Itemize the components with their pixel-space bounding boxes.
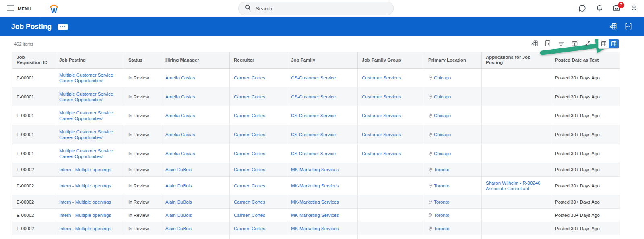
chat-button[interactable] — [578, 4, 586, 13]
cell-link[interactable]: Chicago — [434, 75, 451, 80]
cell-link[interactable]: Multiple Customer Service Career Opportu… — [59, 91, 113, 102]
cell-link[interactable]: Amelia Casias — [165, 75, 195, 80]
grid-view-compact-button[interactable] — [599, 39, 609, 48]
cell-text: In Review — [128, 113, 149, 118]
cell-link[interactable]: Toronto — [434, 183, 449, 188]
cell-link[interactable]: CS-Customer Service — [291, 75, 336, 80]
profile-button[interactable] — [630, 4, 638, 13]
cell-applications — [482, 163, 551, 177]
cell-hiring_manager: Amelia Casias — [161, 144, 230, 163]
column-header-recruiter[interactable]: Recruiter — [230, 52, 287, 69]
cell-link[interactable]: Carmen Cortes — [234, 94, 265, 99]
workday-logo[interactable]: W — [48, 3, 60, 15]
cell-link[interactable]: Toronto — [434, 213, 449, 218]
cell-link[interactable]: Carmen Cortes — [234, 213, 265, 218]
cell-applications — [482, 144, 551, 163]
cell-recruiter: Carmen Cortes — [230, 125, 287, 144]
cell-link[interactable]: Intern - Multiple openings — [59, 167, 111, 172]
cell-link[interactable]: Multiple Customer Service Career Opportu… — [59, 129, 113, 140]
cell-link[interactable]: Alain DuBois — [165, 200, 192, 204]
cell-link[interactable]: Carmen Cortes — [234, 75, 265, 80]
cell-link[interactable]: Amelia Casias — [165, 113, 195, 118]
cell-link[interactable]: CS-Customer Service — [291, 94, 336, 99]
column-header-job_family[interactable]: Job Family — [287, 52, 358, 69]
cell-job_family_group — [358, 222, 424, 235]
cell-link[interactable]: Carmen Cortes — [234, 200, 265, 204]
table-toolbar: 452 items — [0, 36, 644, 52]
cell-link[interactable]: MK-Marketing Services — [291, 167, 339, 172]
cell-link[interactable]: Amelia Casias — [165, 94, 195, 99]
cell-link[interactable]: CS-Customer Service — [291, 113, 336, 118]
column-header-posting[interactable]: Job Posting — [55, 52, 124, 69]
cell-req_id: E-00002 — [12, 177, 55, 195]
cell-link[interactable]: Chicago — [434, 132, 451, 137]
cell-link[interactable]: MK-Marketing Services — [291, 200, 339, 204]
cell-link[interactable]: Intern - Multiple openings — [59, 213, 111, 218]
cell-link[interactable]: Intern - Multiple openings — [59, 200, 111, 204]
column-header-status[interactable]: Status — [124, 52, 161, 69]
cell-link[interactable]: Customer Services — [362, 151, 401, 156]
cell-link[interactable]: Amelia Casias — [165, 151, 195, 156]
cell-link[interactable]: Multiple Customer Service Career Opportu… — [59, 110, 113, 121]
cell-link[interactable]: Toronto — [434, 226, 449, 231]
cell-job_family: CS-Customer Service — [287, 144, 358, 163]
cell-link[interactable]: Carmen Cortes — [234, 132, 265, 137]
column-header-hiring_manager[interactable]: Hiring Manager — [161, 52, 230, 69]
cell-link[interactable]: MK-Marketing Services — [291, 213, 339, 218]
column-header-posted[interactable]: Posted Date as Text — [551, 52, 620, 69]
related-actions-button[interactable] — [58, 24, 68, 30]
notifications-button[interactable] — [595, 4, 604, 13]
cell-link[interactable]: MK-Marketing Services — [291, 226, 339, 231]
cell-posting: Senior Consultant — [55, 235, 124, 239]
cell-link[interactable]: Alain DuBois — [165, 167, 192, 172]
cell-link[interactable]: Intern - Multiple openings — [59, 183, 111, 188]
cell-posting: Intern - Multiple openings — [55, 209, 124, 222]
filter-button[interactable] — [557, 40, 565, 48]
cell-link[interactable]: Toronto — [434, 200, 449, 204]
cell-link[interactable]: Sharon Wilhelm - R-00246 Associate Consu… — [486, 181, 541, 191]
cell-link[interactable]: Customer Services — [362, 113, 401, 118]
cell-link[interactable]: Multiple Customer Service Career Opportu… — [59, 73, 113, 83]
cell-link[interactable]: Chicago — [434, 113, 451, 118]
cell-link[interactable]: Customer Services — [362, 94, 401, 99]
cell-link[interactable]: Customer Services — [362, 132, 401, 137]
column-header-job_family_group[interactable]: Job Family Group — [358, 52, 424, 69]
export-excel-button[interactable] — [530, 40, 539, 48]
search-input[interactable] — [256, 6, 388, 12]
cell-link[interactable]: CS-Customer Service — [291, 151, 336, 156]
cell-posted: Posted 30+ Days Ago — [551, 235, 620, 239]
export-pdf-button[interactable]: PDF — [624, 23, 633, 31]
column-settings-button[interactable] — [570, 40, 578, 48]
cell-link[interactable]: Intern - Multiple openings — [59, 226, 111, 231]
cell-link[interactable]: Alain DuBois — [165, 226, 192, 231]
cell-link[interactable]: Carmen Cortes — [234, 183, 265, 188]
cell-link[interactable]: Amelia Casias — [165, 132, 195, 137]
cell-link[interactable]: Customer Services — [362, 75, 401, 80]
cell-text: Posted 30+ Days Ago — [555, 94, 600, 99]
menu-button[interactable]: MENU — [0, 0, 40, 17]
cell-link[interactable]: Chicago — [434, 94, 451, 99]
data-view-button[interactable] — [544, 40, 552, 48]
column-header-location[interactable]: Primary Location — [424, 52, 482, 69]
cell-link[interactable]: Carmen Cortes — [234, 113, 265, 118]
column-header-req_id[interactable]: Job Requisition ID — [12, 52, 55, 69]
cell-link[interactable]: Carmen Cortes — [234, 151, 265, 156]
cell-link[interactable]: MK-Marketing Services — [291, 183, 339, 188]
cell-job_family: CS-Customer Service — [287, 69, 358, 87]
cell-link[interactable]: Chicago — [434, 151, 451, 156]
grid-view-expanded-button[interactable] — [609, 39, 619, 48]
cell-link[interactable]: Alain DuBois — [165, 213, 192, 218]
cell-posting: Multiple Customer Service Career Opportu… — [55, 69, 124, 87]
cell-link[interactable]: Carmen Cortes — [234, 167, 265, 172]
cell-link[interactable]: Multiple Customer Service Career Opportu… — [59, 148, 113, 159]
export-excel-button[interactable] — [609, 23, 617, 31]
expand-button[interactable] — [584, 40, 592, 48]
cell-link[interactable]: Toronto — [434, 167, 449, 172]
cell-text: Posted 30+ Days Ago — [555, 213, 600, 218]
column-header-applications[interactable]: Applications for Job Posting — [482, 52, 551, 69]
cell-link[interactable]: Carmen Cortes — [234, 226, 265, 231]
cell-link[interactable]: CS-Customer Service — [291, 132, 336, 137]
inbox-button[interactable]: 7 — [612, 4, 621, 13]
cell-link[interactable]: Alain DuBois — [165, 183, 192, 188]
cell-job_family_group: Customer Services — [358, 106, 424, 125]
